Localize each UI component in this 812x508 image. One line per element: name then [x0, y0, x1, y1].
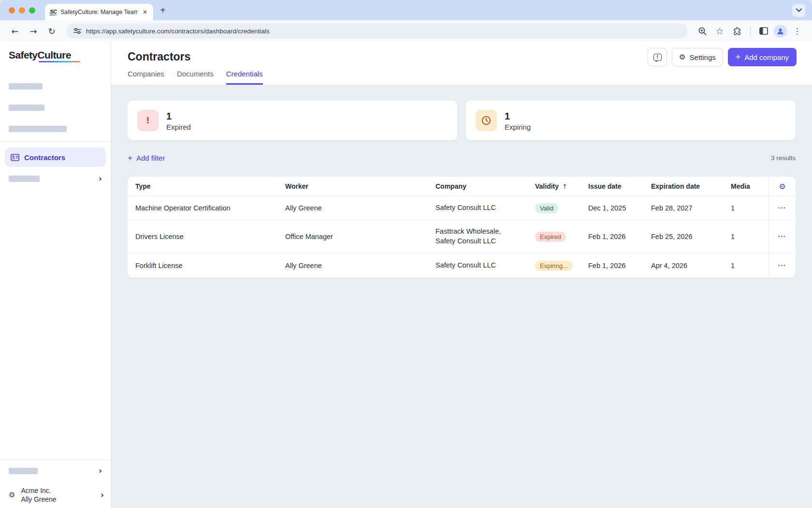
sidebar-skeleton-item [9, 105, 44, 111]
profile-avatar[interactable] [774, 25, 787, 38]
add-company-label: Add company [744, 53, 789, 61]
validity-badge-valid: Valid [535, 203, 558, 213]
browser-tabstrip: SC SafetyCulture: Manage Teams and... ✕ … [0, 0, 812, 20]
row-actions-menu-icon[interactable]: ••• [778, 234, 786, 239]
sidebar-spacer [0, 183, 111, 460]
chevron-right-icon: › [99, 175, 102, 183]
validity-badge-expired: Expired [535, 232, 566, 242]
tab-credentials[interactable]: Credentials [226, 70, 263, 85]
site-settings-icon[interactable] [73, 28, 81, 34]
cell-issue-date: Feb 1, 2026 [588, 262, 651, 269]
sidebar: SafetyCulture Contractors › › ⚙ [0, 42, 111, 508]
page-header: Contractors Companies Documents Credenti… [111, 42, 812, 85]
cell-media: 1 [731, 262, 768, 269]
sort-ascending-icon: ↑ [562, 183, 567, 190]
table-row[interactable]: Drivers License Office Manager Fasttrack… [128, 220, 796, 254]
address-bar[interactable]: https://app.safetyculture.com/contractor… [67, 23, 687, 39]
browser-tab-active[interactable]: SC SafetyCulture: Manage Teams and... ✕ [45, 4, 153, 20]
tab-title: SafetyCulture: Manage Teams and... [60, 9, 138, 15]
side-panel-icon[interactable] [756, 24, 771, 38]
account-switcher[interactable]: ⚙ Acme Inc. Ally Greene › [9, 487, 104, 503]
cell-company: Fasttrack Wholesale, Safety Consult LLC [435, 227, 535, 246]
gear-icon: ⚙ [9, 491, 15, 499]
tab-search-button[interactable] [792, 4, 805, 17]
contractors-icon [11, 154, 19, 161]
chevron-right-icon: › [99, 467, 102, 475]
row-actions-cell: ••• [768, 254, 796, 278]
table-row[interactable]: Machine Operator Certification Ally Gree… [128, 196, 796, 220]
column-header-validity[interactable]: Validity ↑ [535, 182, 588, 190]
row-actions-menu-icon[interactable]: ••• [778, 206, 786, 210]
row-actions-menu-icon[interactable]: ••• [778, 263, 786, 268]
sidebar-skeleton-item [9, 126, 67, 132]
browser-window: SC SafetyCulture: Manage Teams and... ✕ … [0, 0, 812, 508]
cell-worker: Ally Greene [285, 204, 435, 212]
window-zoom-button[interactable] [29, 7, 35, 14]
sidebar-collapsed-group[interactable]: › [9, 467, 102, 475]
feedback-button[interactable]: ! [648, 48, 667, 66]
header-actions: ! ⚙ Settings + Add company [648, 48, 797, 66]
expiring-card-text: 1 Expiring [505, 110, 531, 131]
logo-text-culture: Culture [37, 49, 71, 60]
expired-label: Expired [166, 123, 191, 131]
plus-icon: + [128, 154, 132, 162]
sidebar-skeleton-item [9, 83, 43, 90]
column-header-company[interactable]: Company [435, 182, 535, 190]
sidebar-item-label: Contractors [24, 153, 65, 162]
filter-row: + Add filter 3 results [128, 154, 796, 162]
cell-expiration-date: Feb 28, 2027 [651, 204, 731, 212]
clock-icon [481, 115, 492, 126]
cell-issue-date: Feb 1, 2026 [588, 233, 651, 240]
browser-menu-icon[interactable]: ⋮ [790, 24, 804, 38]
table-settings-icon[interactable]: ⚙ [779, 182, 785, 191]
cell-expiration-date: Apr 4, 2026 [651, 262, 731, 269]
safetyculture-logo: SafetyCulture [9, 49, 86, 61]
tab-close-icon[interactable]: ✕ [142, 9, 148, 15]
gear-icon: ⚙ [679, 53, 685, 61]
person-icon [777, 28, 784, 35]
logo-gradient-underline [39, 61, 80, 62]
column-header-worker[interactable]: Worker [285, 182, 435, 190]
sidebar-skeleton-item [9, 176, 40, 182]
tab-companies[interactable]: Companies [128, 70, 164, 85]
cell-company: Safety Consult LLC [435, 261, 535, 270]
extensions-icon[interactable] [730, 24, 744, 38]
column-header-expiration-date[interactable]: Expiration date [651, 182, 731, 190]
url-text: https://app.safetyculture.com/contractor… [86, 28, 270, 35]
table-settings-cell: ⚙ [768, 177, 796, 196]
settings-label: Settings [690, 53, 716, 61]
bookmark-star-icon[interactable]: ☆ [712, 24, 727, 38]
column-header-type[interactable]: Type [128, 182, 285, 190]
window-minimize-button[interactable] [19, 7, 25, 14]
forward-button[interactable]: → [26, 24, 41, 38]
table-row[interactable]: Forklift License Ally Greene Safety Cons… [128, 254, 796, 278]
cell-worker: Office Manager [285, 233, 435, 240]
account-user: Ally Greene [21, 495, 95, 503]
window-close-button[interactable] [9, 7, 15, 14]
cell-media: 1 [731, 204, 768, 212]
main-area: Contractors Companies Documents Credenti… [111, 42, 812, 508]
logo-text-safety: Safety [9, 49, 37, 60]
cell-worker: Ally Greene [285, 262, 435, 269]
column-header-media[interactable]: Media [731, 182, 768, 190]
zoom-in-icon[interactable] [695, 24, 710, 38]
sidebar-item-contractors[interactable]: Contractors [5, 148, 106, 167]
reload-button[interactable]: ↻ [44, 24, 59, 38]
expiring-count: 1 [505, 110, 531, 122]
cell-validity: Expiring... [535, 261, 588, 271]
back-button[interactable]: ← [8, 24, 22, 38]
sidebar-collapsed-group[interactable]: › [9, 175, 102, 183]
expiring-summary-card[interactable]: 1 Expiring [466, 101, 796, 140]
cell-media: 1 [731, 233, 768, 240]
tab-documents[interactable]: Documents [177, 70, 214, 85]
account-names: Acme Inc. Ally Greene [21, 487, 95, 503]
credentials-table: Type Worker Company Validity ↑ Issue dat… [128, 177, 796, 278]
add-filter-button[interactable]: + Add filter [128, 154, 165, 162]
window-controls [0, 7, 35, 14]
column-header-issue-date[interactable]: Issue date [588, 182, 651, 190]
settings-button[interactable]: ⚙ Settings [672, 48, 723, 66]
cell-expiration-date: Feb 25, 2026 [651, 233, 731, 240]
add-company-button[interactable]: + Add company [728, 48, 797, 66]
new-tab-button[interactable]: + [160, 5, 166, 15]
expired-summary-card[interactable]: ! 1 Expired [128, 101, 457, 140]
